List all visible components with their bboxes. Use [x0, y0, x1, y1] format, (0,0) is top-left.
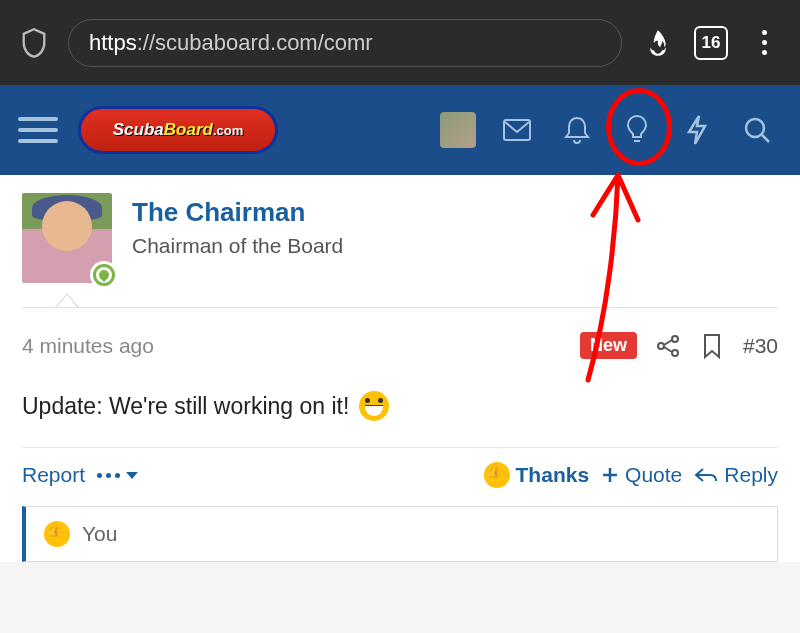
user-avatar-small[interactable] [440, 112, 476, 148]
post-header: The Chairman Chairman of the Board [22, 193, 778, 283]
grinning-emoji [359, 391, 389, 421]
reply-label: Reply [724, 463, 778, 487]
post-meta-bar: 4 minutes ago New #30 [22, 307, 778, 373]
thanks-emoji-icon [484, 462, 510, 488]
tracking-protection-icon[interactable] [18, 27, 50, 59]
messages-icon[interactable] [492, 105, 542, 155]
svg-line-8 [664, 347, 672, 352]
browser-toolbar: https://scubaboard.com/comr 16 [0, 0, 800, 85]
svg-line-7 [664, 340, 672, 345]
reactions-you-label: You [82, 522, 117, 546]
reply-button[interactable]: Reply [694, 463, 778, 487]
svg-point-4 [658, 343, 664, 349]
quote-button[interactable]: Quote [601, 463, 682, 487]
svg-rect-0 [504, 120, 530, 140]
author-title: Chairman of the Board [132, 234, 778, 258]
lightbulb-icon[interactable] [612, 105, 662, 155]
tab-count-button[interactable]: 16 [694, 26, 728, 60]
author-name[interactable]: The Chairman [132, 197, 778, 228]
bookmark-icon[interactable] [699, 333, 725, 359]
reactions-summary[interactable]: You [22, 506, 778, 562]
notifications-icon[interactable] [552, 105, 602, 155]
logo-part3: .com [213, 123, 243, 138]
thanks-label: Thanks [516, 463, 590, 487]
forum-post: The Chairman Chairman of the Board 4 min… [0, 175, 800, 562]
svg-point-2 [746, 119, 764, 137]
online-status-icon [90, 261, 118, 289]
browser-menu-icon[interactable] [746, 25, 782, 61]
post-timestamp[interactable]: 4 minutes ago [22, 334, 154, 358]
menu-button[interactable] [18, 110, 58, 150]
site-logo[interactable]: ScubaBoard.com [78, 106, 278, 154]
search-icon[interactable] [732, 105, 782, 155]
post-text: Update: We're still working on it! [22, 393, 349, 420]
author-avatar[interactable] [22, 193, 112, 283]
share-icon[interactable] [655, 333, 681, 359]
quote-label: Quote [625, 463, 682, 487]
thanks-button[interactable]: Thanks [484, 462, 590, 488]
more-actions-button[interactable] [97, 472, 138, 479]
report-link[interactable]: Report [22, 463, 85, 487]
svg-point-5 [672, 336, 678, 342]
svg-line-3 [762, 135, 769, 142]
svg-point-6 [672, 350, 678, 356]
post-body: Update: We're still working on it! [22, 373, 778, 447]
post-number-link[interactable]: #30 [743, 334, 778, 358]
site-header: ScubaBoard.com [0, 85, 800, 175]
post-action-bar: Report Thanks Quote Reply [22, 447, 778, 506]
reaction-thumb-icon [44, 521, 70, 547]
new-badge: New [580, 332, 637, 359]
url-bar[interactable]: https://scubaboard.com/comr [68, 19, 622, 67]
url-text: https://scubaboard.com/comr [89, 30, 373, 56]
whats-new-icon[interactable] [672, 105, 722, 155]
fire-icon[interactable] [640, 25, 676, 61]
logo-part1: Scuba [113, 120, 164, 140]
logo-part2: Board [164, 120, 213, 140]
speech-pointer [55, 293, 79, 307]
